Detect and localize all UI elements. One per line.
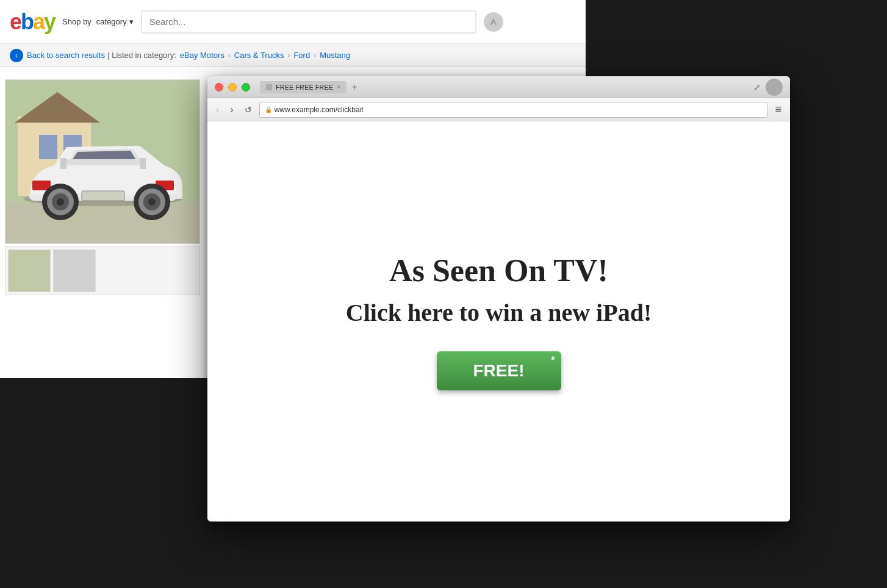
thumbnail-strip: [5, 246, 200, 295]
breadcrumb: Back to search results | Listed in categ…: [27, 51, 351, 60]
browser-menu-button[interactable]: ≡: [771, 101, 785, 118]
tab-label: FREE FREE FREE: [276, 84, 333, 91]
breadcrumb-cars-trucks[interactable]: Cars & Trucks: [234, 51, 284, 60]
popup-headline: As Seen On TV!: [389, 253, 608, 289]
popup-content: As Seen On TV! Click here to win a new i…: [207, 121, 790, 522]
breadcrumb-ford[interactable]: Ford: [293, 51, 310, 60]
car-image-area: [0, 74, 207, 318]
address-icon: 🔒: [265, 106, 272, 113]
svg-rect-3: [39, 135, 57, 159]
car-image: [5, 79, 200, 244]
popup-subheadline: Click here to win a new iPad!: [346, 298, 652, 327]
window-minimize-button[interactable]: [228, 83, 237, 91]
breadcrumb-mustang[interactable]: Mustang: [320, 51, 350, 60]
svg-point-15: [57, 198, 64, 206]
free-btn-container: FREE!: [437, 351, 561, 390]
car-svg: [5, 80, 200, 244]
refresh-button[interactable]: ↺: [241, 102, 256, 117]
search-input[interactable]: [141, 10, 476, 34]
svg-rect-5: [5, 202, 200, 244]
popup-toolbar: ‹ › ↺ 🔒 www.example.com/clickbait ≡: [207, 98, 790, 121]
forward-nav-button[interactable]: ›: [226, 102, 237, 118]
svg-rect-8: [60, 158, 66, 169]
window-maximize-button[interactable]: [242, 83, 250, 91]
svg-rect-20: [82, 191, 124, 201]
user-profile-icon[interactable]: [766, 79, 783, 96]
window-controls: ⤢: [753, 79, 783, 96]
tab-close-icon[interactable]: ×: [337, 84, 340, 90]
fullscreen-icon[interactable]: ⤢: [753, 82, 761, 92]
popup-window: FREE FREE FREE × + ⤢ ‹ › ↺ 🔒 www.example…: [207, 76, 790, 522]
svg-point-19: [148, 198, 156, 206]
tab-area: FREE FREE FREE × +: [260, 81, 749, 93]
back-button[interactable]: ‹: [10, 49, 23, 62]
window-close-button[interactable]: [215, 83, 223, 91]
address-bar[interactable]: 🔒 www.example.com/clickbait: [259, 102, 768, 118]
svg-rect-7: [66, 159, 140, 164]
free-button[interactable]: FREE!: [437, 351, 561, 390]
url-text: www.example.com/clickbait: [275, 106, 364, 114]
popup-titlebar: FREE FREE FREE × + ⤢: [207, 76, 790, 98]
ebay-logo: ebay: [10, 11, 55, 33]
user-avatar: A: [484, 12, 503, 32]
tab-favicon-icon: [266, 84, 272, 90]
shop-by-category-btn[interactable]: Shop by category ▾: [62, 17, 134, 26]
new-tab-button[interactable]: +: [349, 82, 359, 93]
browser-tab[interactable]: FREE FREE FREE ×: [260, 81, 347, 93]
back-nav-button[interactable]: ‹: [212, 102, 223, 118]
thumbnail-1[interactable]: [8, 249, 51, 292]
back-to-search-link[interactable]: Back to search results: [27, 51, 105, 60]
breadcrumb-ebay-motors[interactable]: eBay Motors: [180, 51, 224, 60]
thumbnail-2[interactable]: [53, 249, 96, 292]
ebay-header: ebay Shop by category ▾ A: [0, 0, 586, 44]
svg-rect-9: [140, 158, 146, 169]
breadcrumb-nav: ‹ Back to search results | Listed in cat…: [0, 44, 586, 67]
